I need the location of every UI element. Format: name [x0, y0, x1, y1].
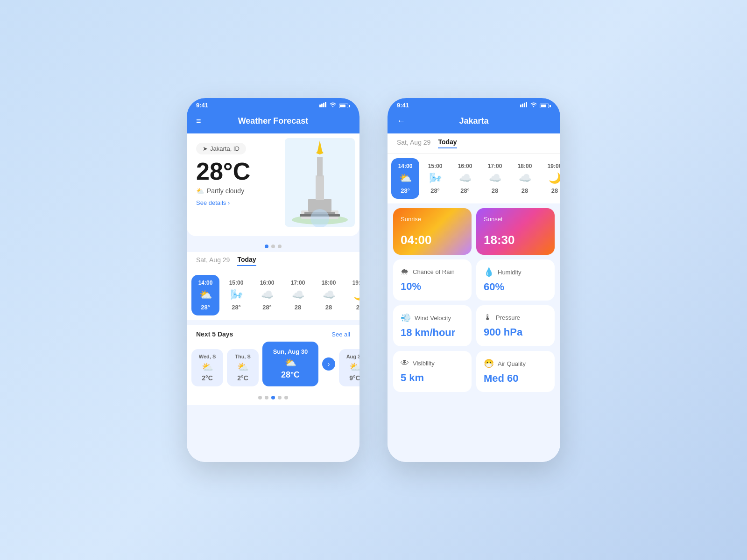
sunset-card: Sunset 18:30: [476, 208, 555, 255]
hour-temp-0: 28°: [201, 304, 210, 311]
metrics-grid: 🌧 Chance of Rain 10% 💧 Humidity 60% 💨 Wi…: [388, 259, 560, 397]
sunrise-card: Sunrise 04:00: [393, 208, 472, 255]
days-dot-3: [271, 396, 275, 399]
dot-1: [265, 245, 268, 248]
hour-temp-2: 28°: [262, 304, 272, 311]
air-quality-value: Med 60: [484, 372, 547, 385]
visibility-value: 5 km: [401, 372, 464, 384]
day-temp-0: 2°C: [202, 374, 213, 382]
sunrise-label: Sunrise: [401, 216, 464, 223]
hour-icon-1: 🌬️: [230, 289, 243, 301]
hour-detail-icon-0: ⛅: [399, 172, 412, 184]
air-quality-icon: 😷: [484, 358, 494, 369]
signal-icon-right: [520, 102, 528, 109]
metric-rain: 🌧 Chance of Rain 10%: [393, 259, 472, 301]
hour-detail-icon-3: ☁️: [489, 172, 501, 184]
hour-detail-5[interactable]: 19:00 🌙 28: [541, 158, 560, 199]
days-dot-5: [284, 396, 288, 399]
day-icon-3: ⛅: [349, 361, 360, 372]
svg-rect-10: [317, 157, 323, 176]
hour-item-3[interactable]: 17:00 ☁️ 28: [284, 275, 312, 315]
monument-illustration: [280, 133, 359, 227]
next5-header: Next 5 Days See all: [187, 325, 359, 342]
city-title: Jakarta: [459, 116, 488, 126]
wind-label: Wind Velocity: [415, 315, 451, 322]
hour-item-4[interactable]: 18:00 ☁️ 28: [315, 275, 343, 315]
svg-point-4: [332, 106, 333, 107]
status-bar-left: 9:41: [187, 98, 359, 112]
tab-today-left[interactable]: Today: [237, 256, 256, 266]
hour-detail-time-5: 19:00: [548, 163, 560, 169]
svg-rect-2: [323, 103, 324, 107]
hour-detail-3[interactable]: 17:00 ☁️ 28: [481, 158, 509, 199]
days-dots: [187, 392, 359, 405]
battery-icon-right: [540, 102, 551, 109]
humidity-icon: 💧: [484, 267, 494, 277]
status-icons-right: [520, 102, 551, 109]
visibility-icon: 👁: [401, 358, 409, 368]
hour-detail-2[interactable]: 16:00 ☁️ 28°: [451, 158, 479, 199]
hour-item-1[interactable]: 15:00 🌬️ 28°: [222, 275, 250, 315]
app-title: Weather Forecast: [238, 116, 309, 126]
hour-time-4: 18:00: [322, 280, 336, 286]
dot-2: [271, 245, 275, 248]
right-phone: 9:41 ← Jakarta Sat, Aug 29 Today: [388, 98, 560, 462]
sunset-label: Sunset: [484, 216, 547, 223]
next5-title: Next 5 Days: [196, 330, 233, 338]
hour-icon-2: ☁️: [261, 289, 274, 301]
days-carousel: Wed, S ⛅ 2°C Thu, S ⛅ 2°C Sun, Aug 30 ⛅ …: [187, 342, 359, 392]
day-card-1[interactable]: Thu, S ⛅ 2°C: [227, 349, 259, 386]
dot-3: [278, 245, 282, 248]
time-right: 9:41: [397, 102, 409, 109]
location-badge[interactable]: ➤ Jakarta, ID: [196, 143, 246, 154]
day-icon-0: ⛅: [202, 361, 213, 372]
hour-detail-0[interactable]: 14:00 ⛅ 28°: [391, 158, 419, 199]
day-card-3[interactable]: Aug 31 ⛅ 9°C: [339, 349, 359, 386]
wifi-icon-left: [329, 102, 337, 109]
pressure-icon: 🌡: [484, 313, 492, 322]
hour-detail-time-1: 15:00: [428, 163, 443, 169]
svg-rect-15: [520, 105, 521, 107]
hour-detail-icon-4: ☁️: [519, 172, 531, 184]
day-temp-2: 28°C: [281, 370, 300, 380]
hour-item-0[interactable]: 14:00 ⛅ 28°: [191, 275, 219, 315]
air-quality-label: Air Quality: [498, 360, 526, 367]
metric-air-quality-header: 😷 Air Quality: [484, 358, 547, 369]
hour-detail-icon-5: 🌙: [549, 172, 561, 184]
wind-value: 18 km/hour: [401, 327, 464, 339]
tab-date-left[interactable]: Sat, Aug 29: [196, 256, 230, 266]
tab-date-right[interactable]: Sat, Aug 29: [397, 139, 430, 148]
hour-item-2[interactable]: 16:00 ☁️ 28°: [253, 275, 281, 315]
menu-icon[interactable]: ≡: [196, 116, 201, 126]
hour-detail-icon-2: ☁️: [459, 172, 472, 184]
weather-hero: ➤ Jakarta, ID 28°C ⛅ Partly cloudy See d…: [187, 133, 359, 236]
carousel-next[interactable]: ›: [322, 357, 335, 371]
wifi-icon-right: [530, 102, 537, 109]
hour-detail-1[interactable]: 15:00 🌬️ 28°: [421, 158, 449, 199]
pressure-label: Pressure: [496, 314, 520, 321]
day-card-0[interactable]: Wed, S ⛅ 2°C: [191, 349, 223, 386]
day-name-0: Wed, S: [199, 354, 216, 359]
hourly-row-right: 14:00 ⛅ 28° 15:00 🌬️ 28° 16:00 ☁️ 28° 17…: [388, 154, 560, 203]
day-temp-1: 2°C: [237, 374, 248, 382]
see-all-link[interactable]: See all: [331, 331, 350, 338]
days-dot-2: [265, 396, 268, 399]
hour-detail-temp-2: 28°: [460, 187, 470, 194]
location-text: Jakarta, ID: [210, 145, 240, 152]
hour-item-5[interactable]: 19:00 🌙 28: [345, 275, 359, 315]
hour-detail-4[interactable]: 18:00 ☁️ 28: [511, 158, 539, 199]
hour-time-3: 17:00: [291, 280, 305, 286]
tab-today-right[interactable]: Today: [438, 138, 457, 148]
hour-temp-1: 28°: [232, 304, 241, 311]
day-card-2[interactable]: Sun, Aug 30 ⛅ 28°C: [262, 342, 318, 386]
svg-rect-0: [319, 105, 321, 107]
back-icon[interactable]: ←: [397, 116, 405, 126]
rain-label: Chance of Rain: [413, 268, 455, 275]
humidity-label: Humidity: [498, 269, 521, 276]
metric-pressure: 🌡 Pressure 900 hPa: [476, 305, 555, 346]
hour-temp-4: 28: [325, 304, 332, 311]
hour-detail-time-4: 18:00: [518, 163, 532, 169]
status-bar-right: 9:41: [388, 98, 560, 112]
sunset-time: 18:30: [484, 233, 547, 247]
hour-detail-icon-1: 🌬️: [429, 172, 442, 184]
